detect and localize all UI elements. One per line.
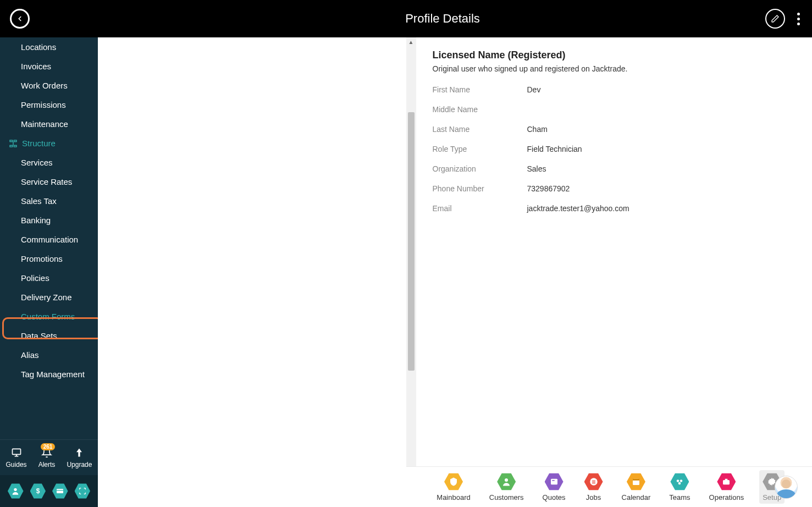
nav-mainboard[interactable]: Mainboard (433, 470, 473, 504)
nav-teams[interactable]: Teams (666, 470, 693, 504)
nav-label: Customers (489, 493, 524, 502)
svg-rect-13 (551, 479, 557, 485)
svg-rect-0 (10, 140, 13, 142)
svg-rect-1 (14, 140, 16, 142)
field-label: Middle Name (433, 105, 527, 114)
svg-rect-24 (723, 480, 730, 484)
field-middle-name: Middle Name (433, 105, 796, 114)
sidebar-item-banking[interactable]: Banking (0, 211, 98, 230)
sidebar-item-permissions[interactable]: Permissions (0, 95, 98, 114)
field-value: Dev (527, 85, 541, 94)
scroll-up-icon[interactable]: ▲ (406, 37, 416, 46)
team-icon (670, 472, 689, 491)
section-title: Licensed Name (Registered) (433, 49, 796, 61)
sidebar-item-service-rates[interactable]: Service Rates (0, 172, 98, 191)
calendar-icon (627, 472, 645, 491)
arrow-up-icon (73, 447, 85, 459)
dot-icon (797, 13, 800, 15)
scroll-thumb[interactable] (408, 112, 415, 371)
briefcase-icon (717, 472, 736, 491)
nav-quotes[interactable]: Quotes (539, 470, 569, 504)
guides-label: Guides (6, 461, 27, 469)
more-menu-button[interactable] (795, 10, 802, 27)
sidebar-section-label: Structure (22, 139, 56, 148)
quick-action-card[interactable] (52, 483, 68, 499)
field-label: Email (433, 204, 527, 213)
nav-label: Operations (709, 493, 744, 502)
sidebar-item-locations[interactable]: Locations (0, 37, 98, 57)
person-icon (11, 487, 20, 495)
field-phone: Phone Number 7329867902 (433, 184, 796, 193)
field-label: Phone Number (433, 184, 527, 193)
svg-rect-25 (725, 479, 728, 480)
sidebar-item-maintenance[interactable]: Maintenance (0, 114, 98, 134)
quick-action-scan[interactable] (75, 483, 91, 499)
svg-point-22 (680, 480, 683, 482)
nav-calendar[interactable]: Calendar (618, 470, 654, 504)
profile-fields: First Name Dev Middle Name Last Name Cha… (433, 85, 796, 213)
nav-label: Teams (669, 493, 690, 502)
shield-icon (444, 472, 463, 491)
edit-button[interactable] (765, 9, 785, 29)
dot-icon (797, 23, 800, 25)
page-title: Profile Details (405, 12, 480, 26)
sidebar-item-data-sets[interactable]: Data Sets (0, 326, 98, 345)
sidebar-item-alias[interactable]: Alias (0, 345, 98, 365)
svg-point-12 (505, 478, 508, 482)
field-label: Role Type (433, 145, 527, 153)
sidebar-item-sales-tax[interactable]: Sales Tax (0, 191, 98, 211)
svg-text:$: $ (36, 487, 40, 495)
svg-rect-18 (592, 483, 595, 483)
sidebar-scrollbar[interactable]: ▲ ▼ (406, 37, 416, 507)
field-organization: Organization Sales (433, 164, 796, 173)
sidebar-item-work-orders[interactable]: Work Orders (0, 76, 98, 95)
sidebar-nav: Locations Invoices Work Orders Permissio… (0, 37, 98, 384)
upgrade-button[interactable]: Upgrade (67, 447, 92, 469)
sidebar-item-policies[interactable]: Policies (0, 268, 98, 288)
list-icon (584, 472, 603, 491)
sidebar-item-custom-forms[interactable]: Custom Forms (0, 307, 98, 326)
scan-icon (78, 487, 87, 495)
sidebar-item-services[interactable]: Services (0, 153, 98, 172)
user-avatar[interactable] (775, 476, 798, 499)
bottom-nav: Mainboard Customers Quotes Jobs (406, 466, 813, 507)
nav-label: Mainboard (437, 493, 470, 502)
sidebar-item-promotions[interactable]: Promotions (0, 249, 98, 268)
svg-rect-20 (633, 479, 639, 481)
sidebar-footer: Guides 261 Alerts (0, 439, 98, 475)
main-content: Licensed Name (Registered) Original user… (406, 37, 813, 507)
sidebar-section-structure[interactable]: Structure (0, 134, 98, 153)
upgrade-label: Upgrade (67, 461, 92, 469)
field-value: Cham (527, 125, 548, 134)
dollar-icon: $ (34, 487, 42, 495)
sidebar-item-communication[interactable]: Communication (0, 230, 98, 249)
field-value: Sales (527, 164, 546, 173)
quick-action-contact[interactable] (8, 483, 24, 499)
sidebar-item-delivery-zone[interactable]: Delivery Zone (0, 288, 98, 307)
field-label: Organization (433, 164, 527, 173)
nav-customers[interactable]: Customers (486, 470, 527, 504)
alerts-button[interactable]: 261 Alerts (38, 447, 56, 469)
svg-rect-2 (10, 145, 13, 147)
svg-point-8 (14, 488, 17, 491)
app-header: Profile Details (0, 0, 812, 37)
field-role-type: Role Type Field Technician (433, 145, 796, 153)
structure-icon (9, 139, 18, 148)
sidebar-item-invoices[interactable]: Invoices (0, 57, 98, 76)
field-value: jacktrade.tester1@yahoo.com (527, 204, 629, 213)
svg-rect-3 (14, 145, 16, 147)
alerts-label: Alerts (38, 461, 56, 469)
svg-rect-16 (592, 481, 595, 481)
field-last-name: Last Name Cham (433, 125, 796, 134)
nav-operations[interactable]: Operations (706, 470, 748, 504)
svg-rect-10 (57, 489, 63, 493)
field-value: 7329867902 (527, 184, 570, 193)
nav-jobs[interactable]: Jobs (581, 470, 606, 504)
guides-button[interactable]: Guides (6, 447, 27, 469)
svg-point-23 (678, 482, 681, 485)
quick-action-payment[interactable]: $ (30, 483, 46, 499)
svg-point-21 (677, 480, 680, 482)
field-label: First Name (433, 85, 527, 94)
svg-rect-17 (592, 482, 595, 482)
sidebar-item-tag-management[interactable]: Tag Management (0, 365, 98, 384)
